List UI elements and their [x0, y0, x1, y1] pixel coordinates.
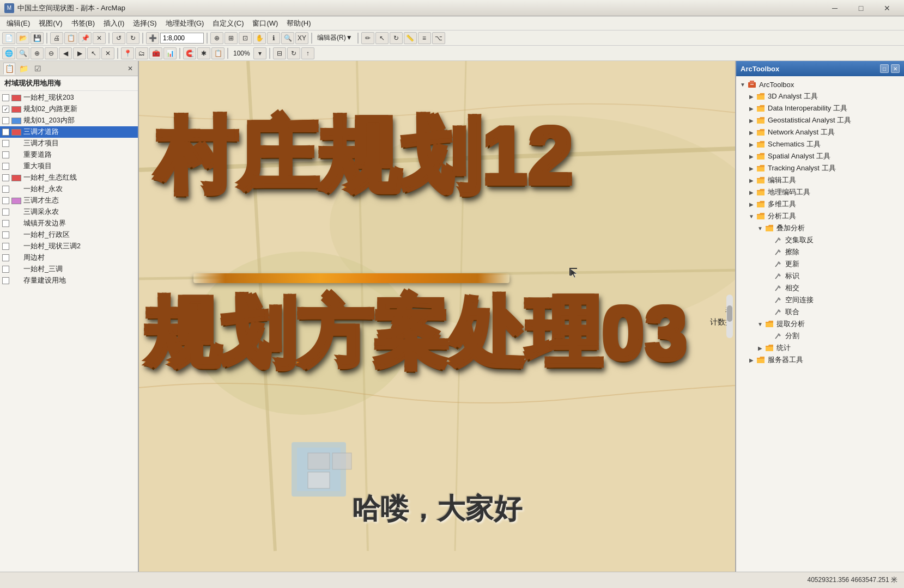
atb-expand-icon[interactable]: ▶ [747, 188, 756, 197]
atb-tree-item[interactable]: 更新 [736, 258, 904, 270]
atb-tree-item[interactable]: 分割 [736, 330, 904, 342]
atb-tree-item[interactable]: ▶3D Analyst 工具 [736, 90, 904, 102]
map-scrollbar[interactable] [726, 295, 733, 338]
layer-checkbox[interactable] [2, 117, 9, 124]
atb-expand-icon[interactable]: ▶ [747, 152, 756, 161]
go-to-xy[interactable]: XY [295, 32, 308, 44]
edit-tool[interactable]: ↖ [375, 32, 389, 44]
atb-tree-item[interactable]: ▶Spatial Analyst 工具 [736, 150, 904, 162]
atb-tree-item[interactable]: ▼叠加分析 [736, 222, 904, 234]
map-area[interactable]: 村庄规划12 规划方案处理03 哈喽，大家好 表 计数据 [139, 61, 735, 572]
select-features[interactable]: ↖ [87, 47, 100, 59]
close-button[interactable]: ✕ [875, 0, 900, 16]
create-features[interactable]: ✱ [197, 47, 210, 59]
zoom-in-button[interactable]: ⊕ [31, 47, 44, 59]
menu-bookmarks[interactable]: 书签(B) [67, 17, 99, 29]
atb-expand-icon[interactable]: ▶ [747, 128, 756, 137]
open-button[interactable]: 📂 [16, 32, 29, 44]
atb-expand-icon[interactable] [765, 272, 773, 280]
sketch-tool[interactable]: ✏ [361, 32, 374, 44]
new-button[interactable]: 📄 [2, 32, 15, 44]
toc-layer-item[interactable]: 周边村 [0, 252, 138, 264]
attr-table[interactable]: 📋 [211, 47, 225, 59]
layer-checkbox[interactable] [2, 128, 9, 136]
atb-tree-item[interactable]: ▶地理编码工具 [736, 186, 904, 198]
layer-checkbox[interactable] [2, 106, 9, 113]
toc-layer-item[interactable]: 重要道路 [0, 149, 138, 161]
minimize-button[interactable]: ─ [822, 0, 847, 16]
toc-layer-item[interactable]: 一始村_现状三调2 [0, 241, 138, 252]
editor-label[interactable]: 编辑器(R)▼ [315, 33, 355, 42]
atb-expand-icon[interactable]: ▼ [738, 80, 747, 89]
toc-layer-item[interactable]: 规划01_203内部 [0, 115, 138, 126]
menu-view[interactable]: 视图(V) [34, 17, 66, 29]
atb-tree-item[interactable]: 标识 [736, 270, 904, 282]
atb-expand-icon[interactable]: ▶ [747, 140, 756, 149]
layer-checkbox[interactable] [2, 163, 9, 170]
atb-tree-item[interactable]: 空间连接 [736, 294, 904, 306]
atb-restore-button[interactable]: □ [880, 64, 889, 73]
zoom-extent-button[interactable]: ⊞ [225, 32, 238, 44]
toc-display-tab[interactable]: 📋 [3, 63, 15, 75]
toc-close-button[interactable]: ✕ [126, 64, 135, 73]
attribute-tool[interactable]: ≡ [418, 32, 431, 44]
toc-selection-tab[interactable]: ☑ [32, 63, 44, 75]
atb-tree-item[interactable]: ▼提取分析 [736, 318, 904, 330]
toc-source-tab[interactable]: 📁 [17, 63, 29, 75]
toc-layer-item[interactable]: 一始村_三调 [0, 264, 138, 275]
toc-layer-item[interactable]: 三调才道路 [0, 126, 138, 138]
north-arrow[interactable]: ↑ [301, 47, 314, 59]
atb-expand-icon[interactable]: ▶ [747, 104, 756, 113]
results-button[interactable]: 📊 [163, 47, 177, 59]
toc-layer-item[interactable]: 三调采永农 [0, 206, 138, 218]
layer-checkbox[interactable] [2, 186, 9, 193]
atb-tree-item[interactable]: ▶Schematics 工具 [736, 138, 904, 150]
menu-insert[interactable]: 插入(I) [99, 17, 129, 29]
toc-layer-item[interactable]: 重大项目 [0, 161, 138, 172]
overview-btn[interactable]: ⊟ [273, 47, 286, 59]
atb-expand-icon[interactable] [765, 236, 773, 244]
layer-checkbox[interactable] [2, 174, 9, 181]
layer-checkbox[interactable] [2, 197, 9, 204]
scale-input[interactable]: ▾ [253, 47, 266, 59]
menu-window[interactable]: 窗口(W) [248, 17, 282, 29]
layer-checkbox[interactable] [2, 254, 9, 261]
toc-layer-item[interactable]: 一始村_永农 [0, 183, 138, 195]
atb-tree-item[interactable]: 联合 [736, 306, 904, 318]
map-scrollbar-thumb[interactable] [727, 305, 732, 322]
identify-button[interactable]: ℹ [267, 32, 280, 44]
menu-help[interactable]: 帮助(H) [282, 17, 315, 29]
add-data-button[interactable]: ➕ [146, 32, 159, 44]
menu-edit[interactable]: 编辑(E) [2, 17, 34, 29]
atb-expand-icon[interactable]: ▶ [756, 344, 765, 352]
toc-layer-item[interactable]: 一始村_生态红线 [0, 172, 138, 183]
atb-tree-item[interactable]: ▶服务器工具 [736, 354, 904, 366]
pan-button[interactable]: ✋ [253, 32, 266, 44]
arc-catalogue[interactable]: 🗂 [135, 47, 148, 59]
measure-tool[interactable]: 📏 [404, 32, 417, 44]
layer-checkbox[interactable] [2, 151, 9, 158]
maximize-button[interactable]: □ [848, 0, 873, 16]
layer-checkbox[interactable] [2, 140, 9, 147]
layer-checkbox[interactable] [2, 94, 9, 101]
atb-expand-icon[interactable]: ▶ [747, 92, 756, 101]
atb-tree-item[interactable]: 擦除 [736, 246, 904, 258]
clear-selection[interactable]: ✕ [101, 47, 114, 59]
layer-checkbox[interactable] [2, 277, 9, 284]
layer-checkbox[interactable] [2, 220, 9, 227]
snap-button[interactable]: 🧲 [183, 47, 196, 59]
split-tool[interactable]: ⌥ [432, 32, 445, 44]
atb-expand-icon[interactable]: ▼ [756, 320, 765, 328]
layer-checkbox[interactable] [2, 243, 9, 250]
atb-tree-item[interactable]: ▶编辑工具 [736, 174, 904, 186]
layer-checkbox[interactable] [2, 209, 9, 216]
atb-expand-icon[interactable]: ▼ [756, 224, 765, 232]
zoom-selected-button[interactable]: ⊡ [239, 32, 252, 44]
zoom-prev-button[interactable]: ◀ [59, 47, 72, 59]
undo-button[interactable]: ↺ [112, 32, 125, 44]
search2-button[interactable]: 🔍 [16, 47, 29, 59]
atb-tree-item[interactable]: ▶统计 [736, 342, 904, 354]
menu-select[interactable]: 选择(S) [129, 17, 161, 29]
zoom-next-button[interactable]: ▶ [73, 47, 86, 59]
toc-layer-item[interactable]: 一始村_行政区 [0, 229, 138, 241]
